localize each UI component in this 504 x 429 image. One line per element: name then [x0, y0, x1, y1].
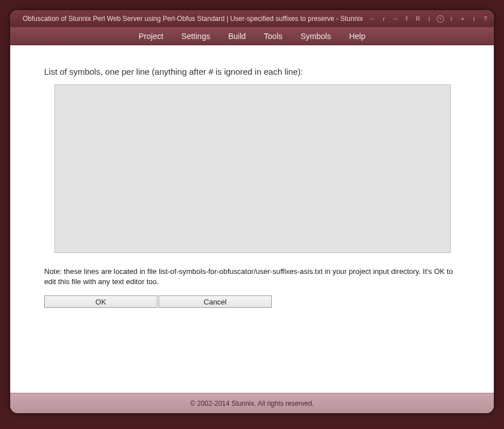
app-window: Obfuscation of Stunnix Perl Web Server u…: [10, 10, 494, 413]
separator-icon: f: [403, 15, 411, 23]
symbols-textarea[interactable]: [54, 84, 451, 253]
menu-symbols[interactable]: Symbols: [300, 29, 332, 43]
menu-bar: Project Settings Build Tools Symbols Hel…: [10, 27, 494, 45]
footer-text: © 2002-2014 Stunnix. All rights reserved…: [190, 400, 314, 407]
separator-icon: i: [470, 15, 478, 23]
menu-settings[interactable]: Settings: [180, 29, 211, 43]
add-circle-icon[interactable]: +: [437, 15, 444, 23]
instruction-label: List of symbols, one per line (anything …: [44, 67, 460, 76]
title-bar: Obfuscation of Stunnix Perl Web Server u…: [10, 10, 494, 27]
help-icon[interactable]: ?: [481, 15, 489, 23]
menu-project[interactable]: Project: [138, 29, 165, 43]
content-area: List of symbols, one per line (anything …: [10, 45, 494, 393]
separator-icon: r: [380, 15, 388, 23]
button-row: OK Cancel: [44, 295, 460, 308]
reload-icon[interactable]: R: [414, 15, 422, 23]
plus-icon[interactable]: +: [459, 15, 467, 23]
ok-button[interactable]: OK: [44, 295, 157, 308]
footer: © 2002-2014 Stunnix. All rights reserved…: [10, 393, 494, 413]
back-arrow-icon[interactable]: ←: [369, 15, 377, 23]
menu-help[interactable]: Help: [348, 29, 366, 43]
window-title: Obfuscation of Stunnix Perl Web Server u…: [23, 15, 363, 23]
separator-icon: i: [447, 15, 455, 23]
textarea-container: [54, 84, 460, 255]
forward-arrow-icon[interactable]: →: [391, 15, 399, 23]
separator-icon: i: [425, 15, 433, 23]
menu-build[interactable]: Build: [227, 29, 247, 43]
menu-tools[interactable]: Tools: [263, 29, 284, 43]
note-text: Note: these lines are located in file li…: [44, 267, 460, 286]
cancel-button[interactable]: Cancel: [159, 295, 272, 308]
